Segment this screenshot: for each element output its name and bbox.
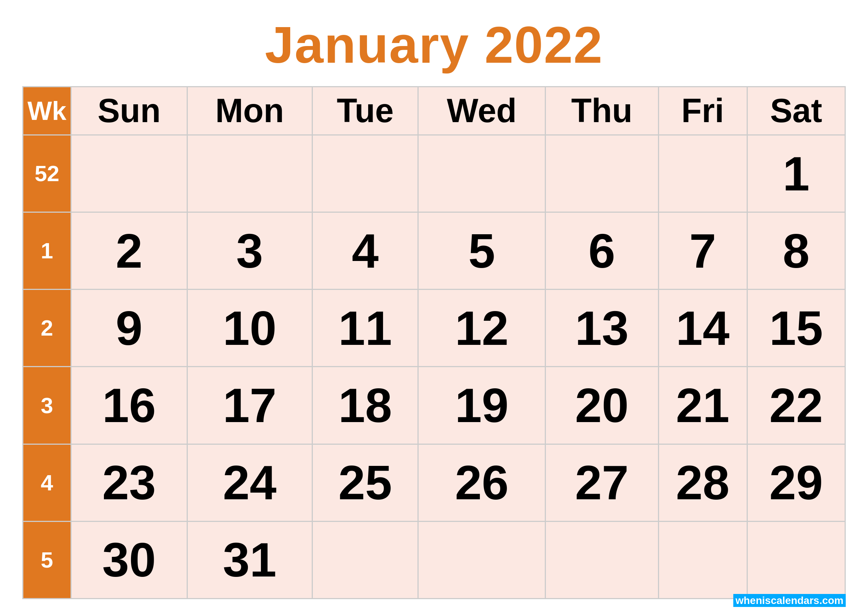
- day-cell-w0-d4: [545, 135, 658, 212]
- day-cell-w3-d5: 21: [658, 367, 747, 444]
- day-cell-w2-d5: 14: [658, 290, 747, 367]
- day-cell-w4-d0: 23: [71, 444, 188, 521]
- day-cell-w4-d4: 27: [545, 444, 658, 521]
- day-cell-w4-d6: 29: [747, 444, 845, 521]
- header-fri: Fri: [658, 87, 747, 135]
- day-cell-w3-d3: 19: [418, 367, 546, 444]
- day-cell-w1-d6: 8: [747, 212, 845, 290]
- day-cell-w5-d6: [747, 521, 845, 598]
- calendar-title: January 2022: [265, 15, 603, 75]
- header-sun: Sun: [71, 87, 188, 135]
- wk-cell-1: 1: [23, 212, 71, 290]
- day-cell-w3-d6: 22: [747, 367, 845, 444]
- wk-header: Wk: [23, 87, 71, 135]
- day-cell-w2-d4: 13: [545, 290, 658, 367]
- day-cell-w4-d2: 25: [312, 444, 418, 521]
- day-cell-w1-d1: 3: [187, 212, 312, 290]
- day-cell-w4-d5: 28: [658, 444, 747, 521]
- day-cell-w1-d0: 2: [71, 212, 188, 290]
- week-row-1: 12345678: [23, 212, 845, 290]
- header-sat: Sat: [747, 87, 845, 135]
- header-mon: Mon: [187, 87, 312, 135]
- day-cell-w0-d2: [312, 135, 418, 212]
- wk-cell-2: 2: [23, 290, 71, 367]
- day-cell-w4-d1: 24: [187, 444, 312, 521]
- wk-cell-4: 4: [23, 444, 71, 521]
- day-cell-w4-d3: 26: [418, 444, 546, 521]
- day-cell-w0-d5: [658, 135, 747, 212]
- day-cell-w0-d0: [71, 135, 188, 212]
- week-row-4: 423242526272829: [23, 444, 845, 521]
- day-cell-w2-d2: 11: [312, 290, 418, 367]
- week-row-0: 521: [23, 135, 845, 212]
- calendar-wrapper: Wk Sun Mon Tue Wed Thu Fri Sat 521123456…: [22, 86, 846, 599]
- day-cell-w1-d2: 4: [312, 212, 418, 290]
- watermark: wheniscalendars.com: [733, 595, 846, 606]
- day-cell-w2-d0: 9: [71, 290, 188, 367]
- day-cell-w5-d3: [418, 521, 546, 598]
- watermark-link[interactable]: wheniscalendars.com: [733, 594, 846, 607]
- week-row-5: 53031: [23, 521, 845, 598]
- day-cell-w0-d1: [187, 135, 312, 212]
- wk-cell-0: 52: [23, 135, 71, 212]
- day-cell-w5-d2: [312, 521, 418, 598]
- day-cell-w0-d6: 1: [747, 135, 845, 212]
- day-cell-w3-d2: 18: [312, 367, 418, 444]
- wk-cell-5: 5: [23, 521, 71, 598]
- header-wed: Wed: [418, 87, 546, 135]
- wk-cell-3: 3: [23, 367, 71, 444]
- day-cell-w1-d4: 6: [545, 212, 658, 290]
- day-cell-w5-d0: 30: [71, 521, 188, 598]
- day-cell-w3-d1: 17: [187, 367, 312, 444]
- day-cell-w3-d0: 16: [71, 367, 188, 444]
- day-cell-w2-d1: 10: [187, 290, 312, 367]
- week-row-3: 316171819202122: [23, 367, 845, 444]
- calendar-body: 5211234567829101112131415316171819202122…: [23, 135, 845, 599]
- day-cell-w1-d3: 5: [418, 212, 546, 290]
- day-cell-w5-d4: [545, 521, 658, 598]
- day-cell-w3-d4: 20: [545, 367, 658, 444]
- day-cell-w0-d3: [418, 135, 546, 212]
- day-cell-w2-d3: 12: [418, 290, 546, 367]
- day-cell-w1-d5: 7: [658, 212, 747, 290]
- day-cell-w5-d1: 31: [187, 521, 312, 598]
- calendar-table: Wk Sun Mon Tue Wed Thu Fri Sat 521123456…: [22, 86, 846, 599]
- day-cell-w2-d6: 15: [747, 290, 845, 367]
- day-cell-w5-d5: [658, 521, 747, 598]
- header-row: Wk Sun Mon Tue Wed Thu Fri Sat: [23, 87, 845, 135]
- header-thu: Thu: [545, 87, 658, 135]
- header-tue: Tue: [312, 87, 418, 135]
- week-row-2: 29101112131415: [23, 290, 845, 367]
